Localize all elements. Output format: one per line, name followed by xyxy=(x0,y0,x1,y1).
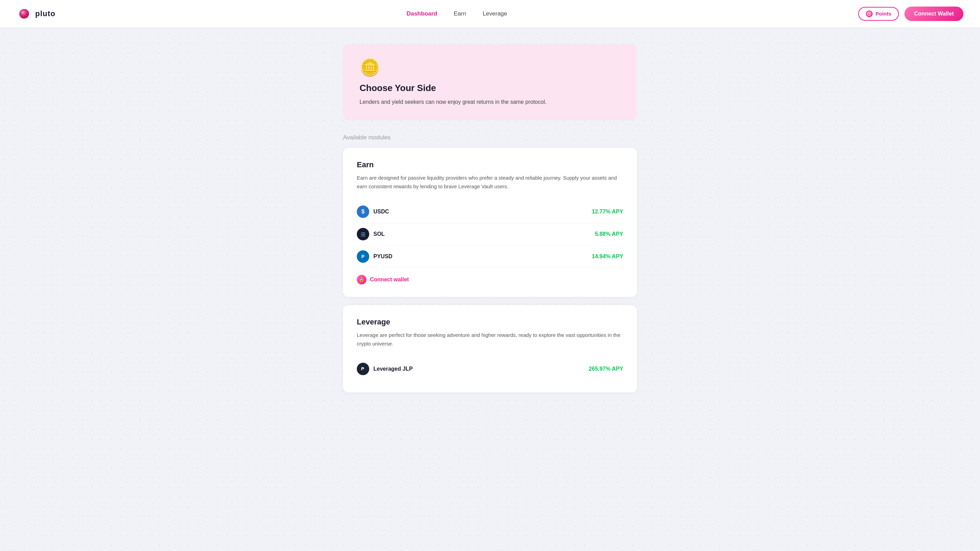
usdc-icon: $ xyxy=(357,205,369,218)
hero-card: 🪙 Choose Your Side Lenders and yield see… xyxy=(343,44,637,120)
pyusd-icon: P xyxy=(357,250,369,263)
leverage-module-card: Leverage Leverage are perfect for those … xyxy=(343,305,637,392)
main-nav: Dashboard Earn Leverage xyxy=(406,10,507,17)
hero-emoji: 🪙 xyxy=(360,58,620,77)
token-left-jlp: Leveraged JLP xyxy=(357,363,413,375)
svg-point-4 xyxy=(869,13,870,14)
pluto-logo-icon xyxy=(17,6,32,21)
sol-apy: 5.88% APY xyxy=(595,231,623,237)
hero-title: Choose Your Side xyxy=(360,83,620,94)
pyusd-name: PYUSD xyxy=(373,253,392,260)
points-button[interactable]: Points xyxy=(858,7,899,21)
header: pluto Dashboard Earn Leverage Points Con… xyxy=(0,0,980,28)
leverage-module-title: Leverage xyxy=(357,318,623,327)
earn-module-card: Earn Earn are designed for passive liqui… xyxy=(343,148,637,297)
earn-connect-wallet-link[interactable]: 🔒 Connect wallet xyxy=(357,275,623,284)
sol-name: SOL xyxy=(373,231,385,237)
logo: pluto xyxy=(17,6,56,21)
svg-point-1 xyxy=(19,9,29,19)
connect-wallet-link-label: Connect wallet xyxy=(370,276,409,283)
token-row-jlp: Leveraged JLP 265.97% APY xyxy=(357,358,623,380)
jlp-icon xyxy=(357,363,369,375)
usdc-apy: 12.77% APY xyxy=(592,209,623,215)
nav-earn[interactable]: Earn xyxy=(454,10,466,17)
header-actions: Points Connect Wallet xyxy=(858,6,963,21)
token-row-sol: SOL 5.88% APY xyxy=(357,223,623,246)
main-content: 🪙 Choose Your Side Lenders and yield see… xyxy=(335,28,645,417)
token-left-pyusd: P PYUSD xyxy=(357,250,392,263)
points-label: Points xyxy=(875,11,891,17)
lock-icon: 🔒 xyxy=(357,275,366,284)
jlp-name: Leveraged JLP xyxy=(373,366,413,372)
earn-module-title: Earn xyxy=(357,160,623,169)
connect-wallet-button[interactable]: Connect Wallet xyxy=(904,6,963,21)
nav-dashboard[interactable]: Dashboard xyxy=(406,10,437,17)
leverage-module-description: Leverage are perfect for those seeking a… xyxy=(357,331,623,348)
jlp-apy: 265.97% APY xyxy=(589,366,623,372)
usdc-name: USDC xyxy=(373,209,389,215)
logo-text: pluto xyxy=(35,9,56,18)
nav-leverage[interactable]: Leverage xyxy=(483,10,507,17)
points-icon xyxy=(866,10,873,17)
token-left-usdc: $ USDC xyxy=(357,205,389,218)
hero-description: Lenders and yield seekers can now enjoy … xyxy=(360,98,620,106)
sol-icon xyxy=(357,228,369,240)
token-row-usdc: $ USDC 12.77% APY xyxy=(357,201,623,223)
token-left-sol: SOL xyxy=(357,228,385,240)
token-row-pyusd: P PYUSD 14.94% APY xyxy=(357,246,623,268)
pyusd-apy: 14.94% APY xyxy=(592,253,623,260)
svg-rect-6 xyxy=(362,368,363,369)
modules-section-title: Available modules xyxy=(343,134,637,141)
earn-module-description: Earn are designed for passive liquidity … xyxy=(357,173,623,191)
